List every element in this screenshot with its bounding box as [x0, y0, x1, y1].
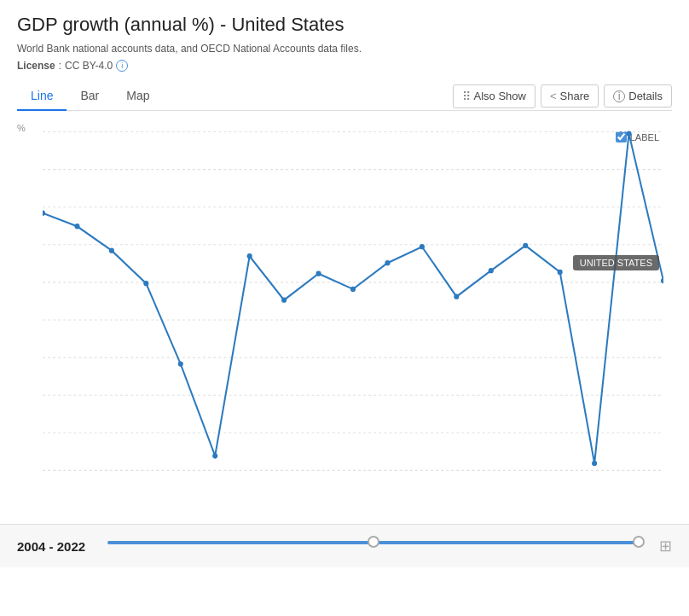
data-point	[178, 361, 183, 366]
data-point	[74, 224, 79, 229]
page-container: GDP growth (annual %) - United States Wo…	[0, 0, 689, 524]
license-row: License : CC BY-4.0 i	[17, 60, 672, 72]
also-show-icon: ⠿	[462, 90, 471, 103]
tab-toolbar: Line Bar Map ⠿ Also Show < Share i Detai…	[17, 82, 672, 111]
details-button[interactable]: i Details	[604, 84, 672, 108]
data-point	[281, 298, 287, 303]
svg-text:2006: 2006	[100, 480, 123, 481]
tab-line[interactable]: Line	[17, 82, 67, 111]
data-point	[350, 287, 356, 292]
chart-area: % LABEL .grid-line { stroke: #e0e0e0; st…	[17, 114, 672, 524]
chart-tooltip: UNITED STATES	[573, 255, 659, 270]
svg-text:2018: 2018	[514, 480, 537, 481]
data-point	[454, 294, 459, 299]
tooltip-text: UNITED STATES	[580, 258, 652, 268]
toolbar-actions: ⠿ Also Show < Share i Details	[453, 84, 672, 108]
slider-footer: 2004 - 2022 ⊞	[0, 524, 689, 567]
license-colon: :	[59, 60, 61, 72]
data-point	[212, 453, 217, 458]
data-point	[523, 243, 528, 248]
details-icon: i	[613, 90, 625, 102]
chart-line	[43, 134, 663, 463]
data-point	[43, 211, 45, 216]
page-title: GDP growth (annual %) - United States	[17, 14, 672, 36]
slider-thumb-left[interactable]	[368, 536, 379, 548]
data-point	[661, 278, 663, 283]
data-point	[385, 260, 390, 265]
year-range-label: 2004 - 2022	[17, 539, 94, 554]
also-show-label: Also Show	[474, 90, 526, 102]
chart-svg-container: .grid-line { stroke: #e0e0e0; stroke-wid…	[43, 123, 663, 481]
tabs-container: Line Bar Map	[17, 82, 164, 110]
share-button[interactable]: < Share	[541, 84, 599, 108]
data-point	[247, 253, 252, 259]
svg-text:2004: 2004	[43, 480, 55, 481]
svg-text:2014: 2014	[376, 480, 399, 481]
license-value: CC BY-4.0	[65, 60, 113, 72]
data-point	[558, 270, 563, 275]
svg-text:2010: 2010	[238, 480, 261, 481]
details-label: Details	[628, 90, 663, 102]
tab-map[interactable]: Map	[113, 82, 163, 111]
chart-svg: .grid-line { stroke: #e0e0e0; stroke-wid…	[43, 123, 663, 481]
svg-text:2016: 2016	[445, 480, 468, 481]
data-point	[109, 247, 114, 253]
share-icon: <	[550, 90, 557, 102]
data-point	[627, 131, 632, 137]
info-icon[interactable]: i	[116, 60, 128, 72]
data-point	[592, 461, 597, 466]
svg-text:2008: 2008	[169, 480, 192, 481]
license-label: License	[17, 60, 55, 72]
also-show-button[interactable]: ⠿ Also Show	[453, 84, 536, 108]
y-axis-label: %	[17, 123, 26, 133]
tab-bar[interactable]: Bar	[67, 82, 113, 111]
slider-end-icon[interactable]: ⊞	[659, 537, 672, 555]
slider-track	[107, 540, 639, 552]
svg-text:2020: 2020	[583, 480, 606, 481]
data-point	[316, 271, 321, 276]
svg-text:2012: 2012	[307, 480, 330, 481]
share-label: Share	[560, 90, 590, 102]
data-point	[489, 268, 494, 273]
slider-thumb-right[interactable]	[633, 536, 645, 548]
subtitle: World Bank national accounts data, and O…	[17, 43, 672, 55]
data-point	[143, 281, 148, 286]
svg-text:2022: 2022	[652, 480, 663, 481]
data-point	[420, 244, 425, 249]
